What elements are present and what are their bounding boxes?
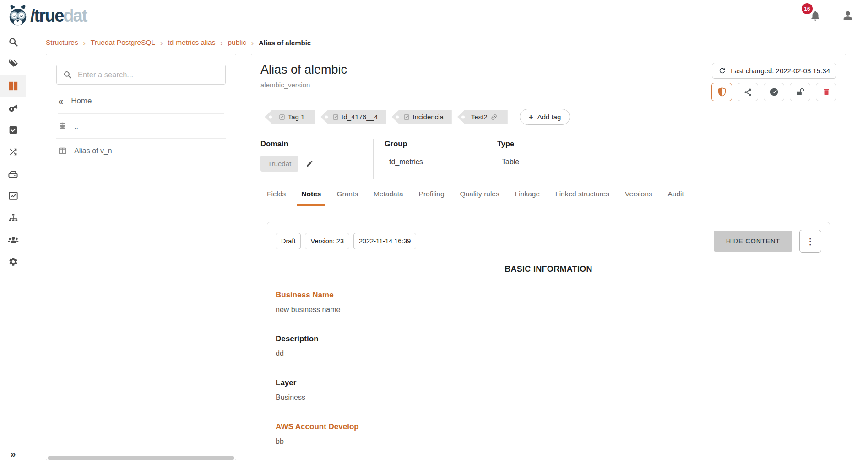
grid-icon: [8, 81, 18, 91]
sitemap-icon: [8, 213, 18, 223]
structure-tree-panel: « Home .. Alias of v_n: [46, 54, 236, 460]
group-value: td_metrics: [385, 158, 486, 166]
sidebar-expand-button[interactable]: »: [0, 448, 26, 459]
tab-profiling[interactable]: Profiling: [419, 190, 445, 205]
note-version-badge: Version: 23: [305, 233, 349, 249]
breadcrumb-link-structures[interactable]: Structures: [46, 38, 78, 47]
note-date-badge: 2022-11-14 16:39: [353, 233, 416, 249]
app: /truedat 16: [0, 0, 868, 463]
truedat-logo[interactable]: /truedat: [7, 4, 87, 27]
tree-item-parent[interactable]: ..: [56, 114, 226, 139]
add-tag-button[interactable]: + Add tag: [520, 109, 570, 125]
tab-grants[interactable]: Grants: [336, 190, 358, 205]
table-icon: [58, 146, 67, 155]
sidebar-item-relations[interactable]: [0, 141, 26, 163]
page-title: Alias of alembic: [260, 63, 347, 77]
unlock-icon: [795, 87, 805, 97]
tree-search-box: [56, 65, 226, 85]
check-square-icon: [9, 125, 18, 135]
note-more-menu-button[interactable]: ⋮: [799, 230, 821, 253]
breadcrumb-link-schema[interactable]: public: [228, 38, 246, 47]
tab-audit[interactable]: Audit: [668, 190, 684, 205]
group-section: Group td_metrics: [373, 139, 486, 179]
sidebar-item-dashboard[interactable]: [0, 75, 26, 97]
tag-test2[interactable]: Test2: [457, 110, 508, 124]
sidebar-item-dashboards[interactable]: [0, 185, 26, 207]
section-title: BASIC INFORMATION: [505, 264, 592, 274]
tab-versions[interactable]: Versions: [625, 190, 652, 205]
field-value: bb: [276, 437, 821, 446]
link-icon: [490, 113, 498, 121]
tag-label: Test2: [471, 113, 488, 121]
tab-linkage[interactable]: Linkage: [515, 190, 540, 205]
header-actions: 16: [809, 9, 854, 22]
note-field: Business Name new business name: [276, 291, 821, 314]
breadcrumb-link-system[interactable]: Truedat PostgreSQL: [91, 38, 156, 47]
tab-metadata[interactable]: Metadata: [374, 190, 403, 205]
meta-section: Domain Truedat Group td_metrics Type: [260, 139, 836, 179]
tab-notes[interactable]: Notes: [301, 190, 321, 205]
tree-search-input[interactable]: [78, 70, 219, 79]
edit-note-icon: [403, 114, 410, 120]
logo-text-primary: /true: [30, 6, 63, 25]
domain-section: Domain Truedat: [260, 139, 373, 179]
quality-gauge-button[interactable]: [764, 83, 784, 101]
tag-icon: [8, 59, 18, 69]
shuffle-icon: [8, 147, 18, 157]
user-menu-button[interactable]: [841, 9, 854, 22]
kebab-icon: ⋮: [806, 236, 815, 247]
sidebar-item-lineage[interactable]: [0, 207, 26, 229]
tree-item-label: ..: [74, 122, 78, 130]
group-label: Group: [385, 140, 486, 148]
breadcrumb-separator: ›: [220, 39, 222, 47]
field-label: Business Name: [276, 291, 821, 300]
notifications-button[interactable]: 16: [809, 10, 821, 22]
hard-drive-icon: [8, 169, 18, 179]
delete-button[interactable]: [816, 83, 836, 101]
tree-horizontal-scrollbar[interactable]: [48, 456, 234, 460]
tab-quality-rules[interactable]: Quality rules: [460, 190, 499, 205]
sidebar-nav: »: [0, 31, 26, 463]
collapse-chevrons-icon: «: [58, 97, 63, 106]
domain-label: Domain: [260, 140, 373, 148]
field-label: AWS Account Develop: [276, 422, 821, 431]
tab-fields[interactable]: Fields: [267, 190, 286, 205]
section-heading: BASIC INFORMATION: [276, 264, 821, 274]
tag-incidencia[interactable]: Incidencia: [391, 110, 452, 124]
note-field: Layer Business: [276, 378, 821, 402]
sidebar-item-systems[interactable]: [0, 163, 26, 185]
trash-icon: [822, 87, 830, 97]
share-button[interactable]: [738, 83, 758, 101]
sidebar-item-groups[interactable]: [0, 229, 26, 251]
tag-label: Incidencia: [412, 113, 444, 121]
gear-icon: [8, 257, 18, 267]
tag-label: td_4176__4: [342, 113, 378, 121]
unlock-button[interactable]: [790, 83, 810, 101]
tabs: Fields Notes Grants Metadata Profiling Q…: [260, 190, 836, 205]
tree-item-label: Alias of v_n: [74, 147, 112, 155]
breadcrumb-current: Alias of alembic: [259, 39, 311, 47]
sidebar-item-search[interactable]: [0, 31, 26, 53]
hide-content-button[interactable]: HIDE CONTENT: [714, 231, 792, 252]
note-panel: Draft Version: 23 2022-11-14 16:39 HIDE …: [267, 222, 830, 463]
type-label: Type: [497, 140, 836, 148]
note-status-badge: Draft: [276, 233, 301, 249]
structure-actions: [711, 83, 836, 101]
plus-icon: +: [529, 113, 533, 121]
tree-home-item[interactable]: « Home: [58, 97, 224, 114]
trend-chart-icon: [8, 191, 18, 201]
sidebar-item-tags[interactable]: [0, 53, 26, 75]
tree-item-alias-of-vn[interactable]: Alias of v_n: [56, 139, 226, 163]
tag-tag1[interactable]: Tag 1: [265, 110, 315, 124]
tab-linked-structures[interactable]: Linked structures: [555, 190, 609, 205]
section-line: [601, 269, 821, 269]
sidebar-item-permissions[interactable]: [0, 97, 26, 119]
sidebar-item-settings[interactable]: [0, 251, 26, 273]
domain-value-pill[interactable]: Truedat: [260, 156, 298, 172]
edit-pencil-icon[interactable]: [306, 160, 314, 167]
sidebar-item-quality[interactable]: [0, 119, 26, 141]
tag-td4176[interactable]: td_4176__4: [320, 110, 386, 124]
last-changed-button[interactable]: Last changed: 2022-02-03 15:34: [712, 63, 836, 79]
confidential-button[interactable]: [711, 83, 732, 101]
breadcrumb-link-database[interactable]: td-metrics alias: [168, 38, 215, 47]
